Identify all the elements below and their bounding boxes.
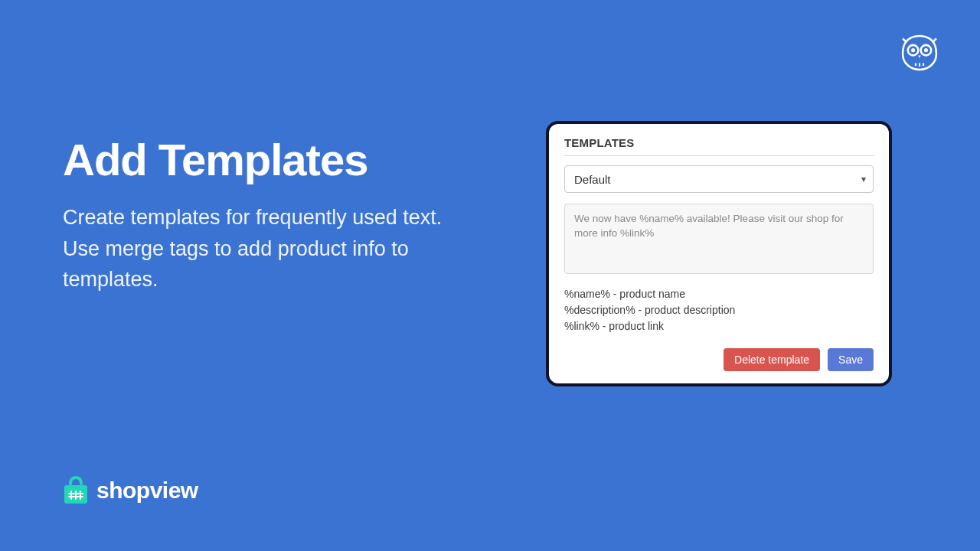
template-select[interactable]: Default <box>564 165 874 193</box>
owl-logo-icon <box>899 32 940 73</box>
brand-name: shopview <box>96 478 198 504</box>
hero-subtitle: Create templates for frequently used tex… <box>63 202 469 295</box>
legend-line: %link% - product link <box>564 318 874 334</box>
templates-panel: TEMPLATES Default ▾ %name% - product nam… <box>546 121 892 386</box>
hero-title: Add Templates <box>63 134 469 185</box>
hero-section: Add Templates Create templates for frequ… <box>63 134 469 295</box>
template-textarea[interactable] <box>564 204 874 274</box>
svg-point-3 <box>924 48 928 52</box>
panel-actions: Delete template Save <box>564 348 874 371</box>
save-button[interactable]: Save <box>828 348 874 371</box>
template-select-wrap: Default ▾ <box>564 165 874 193</box>
legend-line: %description% - product description <box>564 302 874 318</box>
legend-line: %name% - product name <box>564 286 874 302</box>
delete-template-button[interactable]: Delete template <box>724 348 820 371</box>
shopping-bag-icon <box>63 476 89 505</box>
svg-point-2 <box>911 48 915 52</box>
brand-mark: shopview <box>63 476 198 505</box>
panel-title: TEMPLATES <box>564 136 874 156</box>
merge-tags-legend: %name% - product name %description% - pr… <box>564 286 874 334</box>
